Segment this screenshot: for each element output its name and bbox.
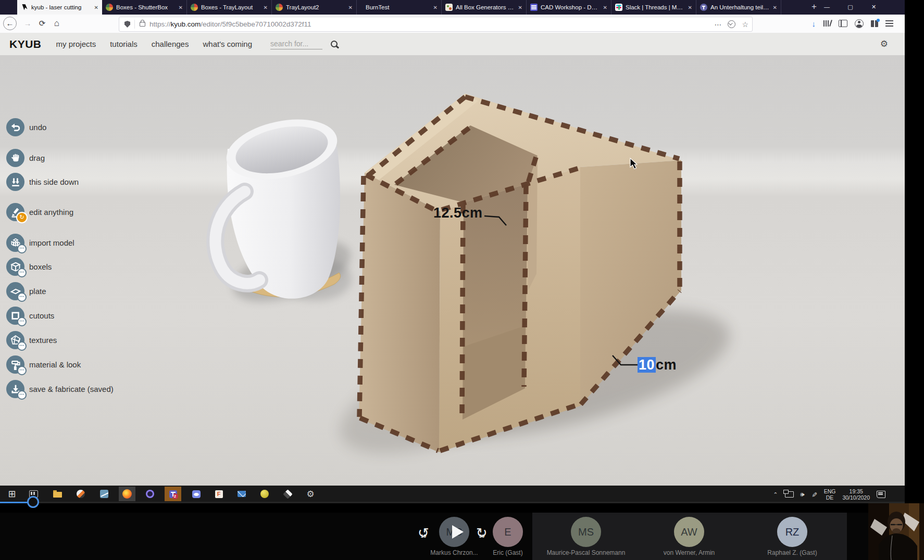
- tab-teams[interactable]: An Unterhaltung teilne ✕: [696, 0, 781, 15]
- discord-icon[interactable]: [188, 487, 205, 501]
- blank-favicon: [360, 4, 363, 11]
- window-maximize-button[interactable]: ▢: [839, 0, 862, 15]
- tab-kyub[interactable]: kyub - laser cutting ✕: [17, 0, 102, 15]
- window-close-button[interactable]: ✕: [862, 0, 885, 15]
- obs-icon[interactable]: [142, 487, 158, 501]
- search-input[interactable]: [270, 39, 322, 49]
- boxes-favicon-icon: [106, 4, 113, 11]
- reload-button[interactable]: ⟳: [35, 17, 49, 30]
- clock[interactable]: 19:3530/10/2020: [842, 488, 870, 501]
- pocket-icon[interactable]: [728, 20, 735, 28]
- teams-icon[interactable]: 2: [165, 487, 181, 501]
- tool-drag[interactable]: drag: [6, 149, 45, 167]
- start-button[interactable]: ⊞: [4, 487, 20, 501]
- tab-title: TrayLayout2: [286, 4, 345, 10]
- participant-name: Raphael Z. (Gast): [735, 549, 850, 556]
- rewind-10-button[interactable]: ↺10: [415, 525, 432, 541]
- tool-textures[interactable]: textures: [6, 331, 57, 349]
- dimension-width-label[interactable]: 12.5cm: [433, 205, 483, 221]
- tab-cad-workshop[interactable]: CAD Workshop - Desig ✕: [527, 0, 611, 15]
- tool-boxels[interactable]: boxels: [6, 258, 52, 276]
- tab-close-icon[interactable]: ✕: [688, 5, 692, 10]
- tray-expand-icon[interactable]: ⌃: [773, 491, 778, 498]
- tool-plate[interactable]: plate: [6, 282, 46, 300]
- scene-render: [0, 55, 905, 486]
- library-icon[interactable]: [823, 20, 831, 27]
- home-button[interactable]: ⌂: [50, 17, 64, 30]
- modeling-app-icon[interactable]: [96, 487, 113, 501]
- window-minimize-button[interactable]: —: [815, 0, 839, 15]
- settings-icon[interactable]: ⚙: [302, 487, 319, 501]
- back-button[interactable]: ←: [3, 17, 17, 30]
- sidebars-icon[interactable]: [839, 20, 847, 27]
- tool-this-side-down[interactable]: this side down: [6, 173, 79, 191]
- tool-cutouts[interactable]: cutouts: [6, 307, 54, 325]
- tab-close-icon[interactable]: ✕: [518, 5, 522, 10]
- inkscape-icon[interactable]: [279, 487, 296, 501]
- tab-close-icon[interactable]: ✕: [773, 5, 777, 10]
- nav-my-projects[interactable]: my projects: [56, 40, 96, 48]
- url-prefix: https://: [149, 20, 171, 28]
- url-domain: kyub.com: [171, 20, 201, 28]
- tinkercad-icon[interactable]: [256, 487, 273, 501]
- tab-slack[interactable]: Slack | Threads | Makers ✕: [611, 0, 696, 15]
- cubes-icon: [6, 234, 24, 252]
- tab-close-icon[interactable]: ✕: [348, 5, 353, 10]
- tool-undo[interactable]: undo: [6, 118, 46, 136]
- more-options-badge: [17, 390, 27, 400]
- kyub-logo[interactable]: KYUB: [9, 38, 42, 50]
- page-actions-icon[interactable]: ⋯: [714, 20, 721, 29]
- editor-3d-canvas[interactable]: 12.5cm 10cm undo drag this side down edi…: [0, 55, 905, 486]
- forward-30-button[interactable]: ↻30: [473, 525, 491, 541]
- play-button[interactable]: [452, 525, 464, 539]
- boxes-favicon-icon: [276, 4, 283, 11]
- tab-close-icon[interactable]: ✕: [264, 5, 268, 10]
- nav-challenges[interactable]: challenges: [152, 40, 189, 48]
- dimension-depth-label[interactable]: 10cm: [638, 357, 677, 373]
- tool-save-fabricate[interactable]: save & fabricate (saved): [6, 380, 114, 398]
- notifications-icon[interactable]: [877, 491, 885, 498]
- extension-gift-icon[interactable]: [871, 20, 878, 27]
- tab-close-icon[interactable]: ✕: [433, 5, 438, 10]
- tool-material-look[interactable]: material & look: [6, 355, 81, 374]
- volume-icon[interactable]: 🕪: [801, 490, 805, 499]
- downloads-icon[interactable]: ↓: [812, 19, 816, 28]
- lock-icon[interactable]: [140, 22, 145, 27]
- firefox-icon[interactable]: [119, 487, 135, 501]
- tab-close-icon[interactable]: ✕: [179, 5, 183, 10]
- tab-shutterbox[interactable]: Boxes - ShutterBox ✕: [102, 0, 187, 15]
- search-icon[interactable]: [331, 41, 338, 47]
- dimension-depth-value-selected[interactable]: 10: [638, 357, 656, 373]
- account-icon[interactable]: [855, 19, 864, 28]
- mail-icon[interactable]: [233, 487, 250, 501]
- screen: kyub - laser cutting ✕ Boxes - ShutterBo…: [0, 0, 924, 560]
- tab-box-generators[interactable]: All Box Generators — b ✕: [442, 0, 527, 15]
- tool-import-model[interactable]: import model: [6, 234, 74, 252]
- language-switcher[interactable]: ENGDE: [824, 488, 836, 501]
- tab-traylayout[interactable]: Boxes - TrayLayout ✕: [187, 0, 272, 15]
- video-progress-knob[interactable]: [27, 496, 39, 508]
- forward-button[interactable]: →: [21, 17, 34, 30]
- nav-tutorials[interactable]: tutorials: [110, 40, 138, 48]
- tab-close-icon[interactable]: ✕: [94, 5, 98, 10]
- tab-traylayout2[interactable]: TrayLayout2 ✕: [272, 0, 357, 15]
- tracking-shield-icon[interactable]: [124, 21, 130, 28]
- system-tray: ⌃ 🕪 ✎ ENGDE 19:3530/10/2020: [773, 486, 885, 503]
- video-progress-track[interactable]: [0, 502, 905, 503]
- tool-edit-anything[interactable]: edit anything: [6, 203, 73, 221]
- bookmark-star-icon[interactable]: ☆: [742, 20, 748, 29]
- menu-hamburger-icon[interactable]: [885, 20, 893, 21]
- pen-icon[interactable]: ✎: [810, 492, 818, 498]
- tab-burntest[interactable]: BurnTest ✕: [357, 0, 442, 15]
- network-icon[interactable]: [785, 491, 794, 498]
- kyub-nav-bar: KYUB my projects tutorials challenges wh…: [0, 33, 905, 56]
- file-explorer-icon[interactable]: [49, 487, 66, 501]
- nav-whats-coming[interactable]: what's coming: [203, 40, 252, 48]
- webcam-video[interactable]: [868, 503, 924, 560]
- fusion-icon[interactable]: [210, 487, 227, 501]
- opera-icon[interactable]: [72, 487, 89, 501]
- tab-close-icon[interactable]: ✕: [603, 5, 607, 10]
- url-bar[interactable]: https://kyub.com/editor/5f9c5bebe7071000…: [119, 17, 753, 32]
- teams-badge: 2: [172, 493, 178, 499]
- settings-gear-icon[interactable]: ⚙: [880, 39, 888, 49]
